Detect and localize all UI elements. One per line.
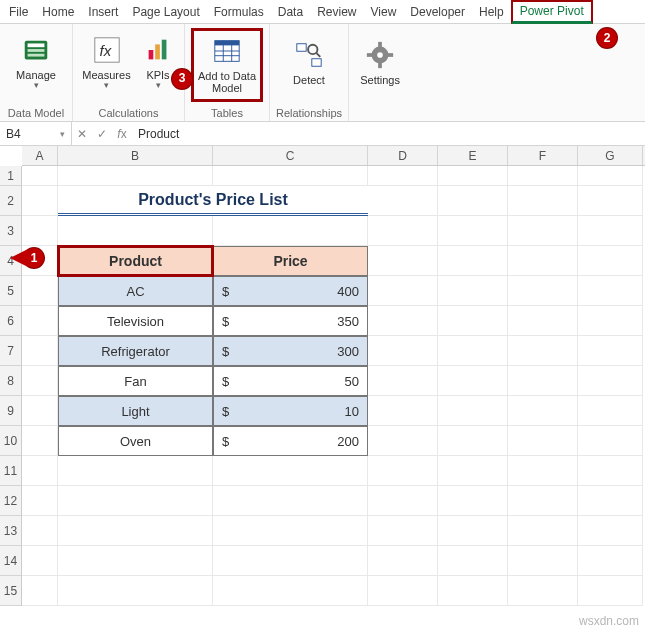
cell-price[interactable]: $200	[213, 426, 368, 456]
tab-data[interactable]: Data	[271, 0, 310, 24]
col-header-E[interactable]: E	[438, 146, 508, 165]
cell-product[interactable]: AC	[58, 276, 213, 306]
svg-text:fx: fx	[99, 42, 111, 59]
group-settings: Settings	[349, 24, 411, 121]
tab-home[interactable]: Home	[35, 0, 81, 24]
tab-review[interactable]: Review	[310, 0, 363, 24]
group-label-tables: Tables	[211, 105, 243, 119]
row-header-13[interactable]: 13	[0, 516, 21, 546]
cell-product[interactable]: Oven	[58, 426, 213, 456]
add-to-data-model-button[interactable]: 3 Add to Data Model	[191, 28, 263, 102]
row-header-12[interactable]: 12	[0, 486, 21, 516]
row-header-3[interactable]: 3	[0, 216, 21, 246]
cell-product[interactable]: Television	[58, 306, 213, 336]
fx-icon[interactable]: fx	[112, 127, 132, 141]
group-calculations: fx Measures ▾ KPIs ▾ Calculations	[73, 24, 185, 121]
tab-power-pivot[interactable]: Power Pivot	[511, 0, 593, 24]
cell-price[interactable]: $350	[213, 306, 368, 336]
svg-rect-23	[367, 53, 373, 57]
cell-price[interactable]: $300	[213, 336, 368, 366]
name-box[interactable]: B4 ▾	[0, 122, 72, 146]
table-icon	[212, 36, 242, 66]
cell-product[interactable]: Light	[58, 396, 213, 426]
group-data-model: Manage ▾ Data Model	[0, 24, 73, 121]
settings-button[interactable]: Settings	[355, 28, 405, 98]
row-header-14[interactable]: 14	[0, 546, 21, 576]
col-header-C[interactable]: C	[213, 146, 368, 165]
tab-insert[interactable]: Insert	[81, 0, 125, 24]
settings-label: Settings	[360, 74, 400, 86]
formula-input[interactable]: Product	[132, 127, 645, 141]
cell-price[interactable]: $400	[213, 276, 368, 306]
formula-bar: B4 ▾ ✕ ✓ fx Product	[0, 122, 645, 146]
svg-rect-21	[378, 42, 382, 48]
col-header-A[interactable]: A	[22, 146, 58, 165]
svg-rect-6	[149, 50, 154, 59]
callout-2: 2	[597, 28, 617, 48]
cancel-icon[interactable]: ✕	[72, 127, 92, 141]
kpi-icon	[143, 35, 173, 65]
measures-button[interactable]: fx Measures ▾	[79, 28, 134, 98]
col-header-G[interactable]: G	[578, 146, 643, 165]
cell-price[interactable]: $50	[213, 366, 368, 396]
svg-point-17	[308, 45, 317, 54]
name-box-value: B4	[6, 127, 21, 141]
svg-rect-7	[155, 44, 160, 59]
watermark: wsxdn.com	[579, 614, 639, 628]
group-label-relationships: Relationships	[276, 105, 342, 119]
tab-help[interactable]: Help	[472, 0, 511, 24]
svg-point-20	[377, 52, 383, 58]
svg-rect-16	[312, 59, 321, 67]
row-header-10[interactable]: 10	[0, 426, 21, 456]
group-label-blank	[379, 105, 382, 119]
kpis-button[interactable]: KPIs ▾	[138, 28, 178, 98]
tab-developer[interactable]: Developer	[403, 0, 472, 24]
detect-label: Detect	[293, 74, 325, 86]
worksheet: 123456789101112131415 ABCDEFG Product's …	[0, 146, 645, 606]
cells[interactable]: Product's Price ListProductPriceAC$400Te…	[22, 166, 645, 606]
svg-rect-3	[28, 54, 45, 57]
col-header-F[interactable]: F	[508, 146, 578, 165]
manage-icon	[21, 35, 51, 65]
group-label-data-model: Data Model	[8, 105, 64, 119]
row-header-6[interactable]: 6	[0, 306, 21, 336]
cell-product[interactable]: Refrigerator	[58, 336, 213, 366]
col-header-D[interactable]: D	[368, 146, 438, 165]
row-header-15[interactable]: 15	[0, 576, 21, 606]
tab-view[interactable]: View	[364, 0, 404, 24]
table-title: Product's Price List	[58, 186, 368, 216]
svg-rect-24	[388, 53, 394, 57]
row-header-1[interactable]: 1	[0, 166, 21, 186]
svg-rect-8	[162, 40, 167, 60]
chevron-down-icon: ▾	[34, 81, 39, 91]
ribbon: Manage ▾ Data Model fx Measures ▾ KPIs ▾…	[0, 24, 645, 122]
detect-button[interactable]: Detect	[284, 28, 334, 98]
row-header-7[interactable]: 7	[0, 336, 21, 366]
row-header-11[interactable]: 11	[0, 456, 21, 486]
callout-3: 3	[172, 69, 192, 89]
svg-rect-1	[28, 43, 45, 47]
gear-icon	[365, 40, 395, 70]
row-header-8[interactable]: 8	[0, 366, 21, 396]
group-relationships: Detect Relationships	[270, 24, 349, 121]
chevron-down-icon: ▾	[104, 81, 109, 91]
svg-line-18	[317, 53, 321, 57]
svg-rect-15	[297, 44, 306, 52]
tab-file[interactable]: File	[2, 0, 35, 24]
header-product[interactable]: Product	[58, 246, 213, 276]
manage-button[interactable]: Manage ▾	[6, 28, 66, 98]
col-header-B[interactable]: B	[58, 146, 213, 165]
cell-price[interactable]: $10	[213, 396, 368, 426]
cell-product[interactable]: Fan	[58, 366, 213, 396]
row-header-5[interactable]: 5	[0, 276, 21, 306]
svg-rect-10	[215, 41, 239, 46]
header-price[interactable]: Price	[213, 246, 368, 276]
svg-rect-2	[28, 49, 45, 52]
row-header-9[interactable]: 9	[0, 396, 21, 426]
tab-formulas[interactable]: Formulas	[207, 0, 271, 24]
fx-icon: fx	[92, 35, 122, 65]
detect-icon	[294, 40, 324, 70]
tab-page-layout[interactable]: Page Layout	[125, 0, 206, 24]
row-header-2[interactable]: 2	[0, 186, 21, 216]
enter-icon[interactable]: ✓	[92, 127, 112, 141]
